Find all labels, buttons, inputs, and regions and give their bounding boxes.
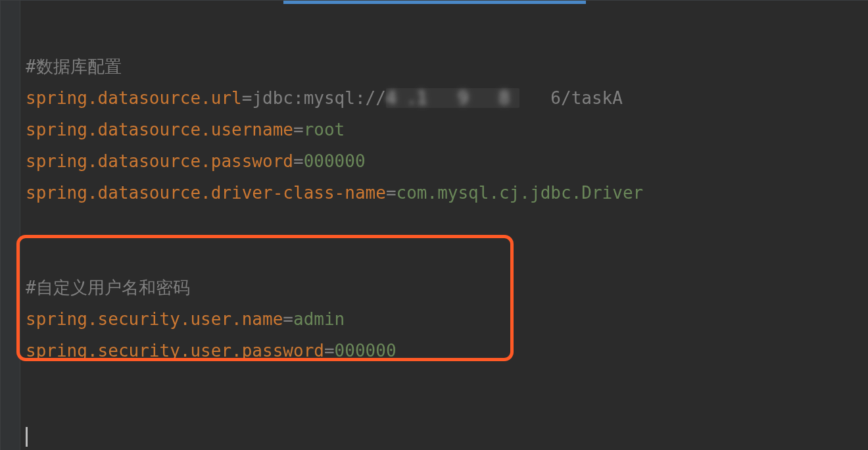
comment-line: #自定义用户名和密码 <box>26 278 190 297</box>
equals-sign: = <box>242 88 253 108</box>
code-area[interactable]: #数据库配置 spring.datasource.url=jdbc:mysql:… <box>26 19 861 398</box>
editor-gutter <box>1 1 20 450</box>
code-editor[interactable]: #数据库配置 spring.datasource.url=jdbc:mysql:… <box>0 0 868 450</box>
property-key: spring.security.user.password <box>26 341 324 361</box>
equals-sign: = <box>283 309 293 329</box>
property-value: com.mysql.cj.jdbc.Driver <box>397 183 644 203</box>
equals-sign: = <box>293 151 304 171</box>
property-value: 000000 <box>304 151 366 171</box>
property-value: 000000 <box>335 341 397 361</box>
property-value: root <box>304 120 345 139</box>
property-key: spring.datasource.url <box>26 88 242 108</box>
property-key: spring.datasource.driver-class-name <box>26 183 386 203</box>
property-key: spring.datasource.password <box>26 151 293 171</box>
equals-sign: = <box>324 341 335 361</box>
property-value-suffix: 6/taskA <box>519 88 623 108</box>
equals-sign: = <box>293 120 304 139</box>
property-value-prefix: jdbc:mysql:// <box>252 88 386 108</box>
property-key: spring.datasource.username <box>26 120 293 139</box>
active-tab-indicator <box>283 1 586 4</box>
comment-line: #数据库配置 <box>26 57 122 76</box>
property-value: admin <box>293 309 345 329</box>
editor-caret <box>26 427 28 447</box>
property-key: spring.security.user.name <box>26 309 283 329</box>
equals-sign: = <box>386 183 397 203</box>
redacted-host: 4 .1 9 8 <box>386 88 520 108</box>
